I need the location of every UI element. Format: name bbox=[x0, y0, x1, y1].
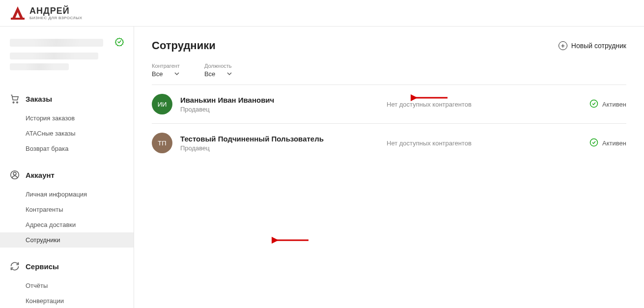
account-icon bbox=[10, 170, 20, 180]
cart-icon bbox=[10, 94, 20, 104]
sidebar-item-order-history[interactable]: История заказов bbox=[0, 111, 134, 126]
redacted-user-name bbox=[10, 39, 103, 47]
logo-icon bbox=[10, 5, 26, 21]
add-employee-label: Новый сотрудник bbox=[571, 42, 626, 50]
add-employee-button[interactable]: + Новый сотрудник bbox=[559, 41, 626, 50]
sidebar-section-label: Заказы bbox=[26, 95, 52, 103]
filter-value: Все bbox=[152, 70, 163, 78]
filter-label: Должность bbox=[204, 63, 232, 69]
chevron-down-icon bbox=[174, 70, 179, 78]
main-content: Сотрудники + Новый сотрудник Контрагент … bbox=[134, 27, 644, 308]
annotation-arrow-icon bbox=[272, 234, 311, 246]
redacted-user-info bbox=[10, 63, 69, 70]
svg-point-2 bbox=[17, 102, 18, 103]
employee-status: Активен bbox=[589, 138, 626, 148]
filter-contractor[interactable]: Контрагент Все bbox=[152, 63, 180, 78]
employee-role: Продавец bbox=[180, 106, 387, 113]
sidebar-item-defect-return[interactable]: Возврат брака bbox=[0, 141, 134, 156]
app-header: АНДРЕЙ БИЗНЕС ДЛЯ ВЗРОСЛЫХ bbox=[0, 0, 644, 27]
sidebar-item-employees[interactable]: Сотрудники bbox=[0, 232, 134, 248]
refresh-icon bbox=[10, 261, 20, 271]
chevron-down-icon bbox=[227, 70, 232, 78]
status-text: Активен bbox=[602, 140, 626, 147]
plus-circle-icon: + bbox=[559, 41, 567, 50]
brand-tagline: БИЗНЕС ДЛЯ ВЗРОСЛЫХ bbox=[29, 16, 83, 20]
status-text: Активен bbox=[602, 101, 626, 108]
employee-name: Иванькин Иван Иванович bbox=[180, 96, 387, 104]
sidebar-item-reports[interactable]: Отчёты bbox=[0, 278, 134, 293]
sidebar: Заказы История заказов ATACные заказы Во… bbox=[0, 27, 134, 308]
filter-value: Все bbox=[204, 70, 215, 78]
svg-rect-0 bbox=[11, 18, 25, 20]
sidebar-section-orders[interactable]: Заказы bbox=[0, 89, 134, 109]
sidebar-section-label: Сервисы bbox=[26, 262, 59, 271]
sidebar-item-conversions[interactable]: Конвертации bbox=[0, 293, 134, 308]
svg-point-6 bbox=[590, 139, 598, 146]
svg-point-5 bbox=[590, 100, 598, 107]
sidebar-section-label: Аккаунт bbox=[26, 171, 55, 179]
sidebar-item-personal-info[interactable]: Личная информация bbox=[0, 187, 134, 202]
avatar: ТП bbox=[152, 133, 172, 153]
employee-row[interactable]: ИИ Иванькин Иван Иванович Продавец Нет д… bbox=[152, 85, 626, 124]
sidebar-section-account[interactable]: Аккаунт bbox=[0, 165, 134, 185]
employee-role: Продавец bbox=[180, 144, 387, 152]
sidebar-item-contractors[interactable]: Контрагенты bbox=[0, 202, 134, 217]
check-circle-icon bbox=[589, 138, 598, 148]
svg-point-4 bbox=[13, 172, 16, 175]
employee-contractors: Нет доступных контрагентов bbox=[387, 140, 589, 147]
employee-row[interactable]: ТП Тестовый Подчиненный Пользователь Про… bbox=[152, 124, 626, 162]
employee-status: Активен bbox=[589, 99, 626, 110]
avatar: ИИ bbox=[152, 94, 172, 114]
page-title: Сотрудники bbox=[152, 39, 216, 52]
employee-list: ИИ Иванькин Иван Иванович Продавец Нет д… bbox=[152, 85, 626, 162]
sidebar-item-delivery-addresses[interactable]: Адреса доставки bbox=[0, 217, 134, 232]
verified-badge-icon bbox=[115, 37, 124, 48]
sidebar-item-atac-orders[interactable]: ATACные заказы bbox=[0, 126, 134, 141]
redacted-user-info bbox=[10, 53, 98, 59]
sidebar-section-services[interactable]: Сервисы bbox=[0, 256, 134, 276]
brand-logo[interactable]: АНДРЕЙ БИЗНЕС ДЛЯ ВЗРОСЛЫХ bbox=[10, 5, 83, 21]
employee-contractors: Нет доступных контрагентов bbox=[387, 101, 589, 108]
filter-label: Контрагент bbox=[152, 63, 180, 69]
svg-point-1 bbox=[13, 102, 14, 103]
employee-name: Тестовый Подчиненный Пользователь bbox=[180, 135, 387, 143]
filter-position[interactable]: Должность Все bbox=[204, 63, 232, 78]
user-profile-block bbox=[0, 37, 134, 80]
check-circle-icon bbox=[589, 99, 598, 110]
brand-name: АНДРЕЙ bbox=[29, 6, 83, 15]
